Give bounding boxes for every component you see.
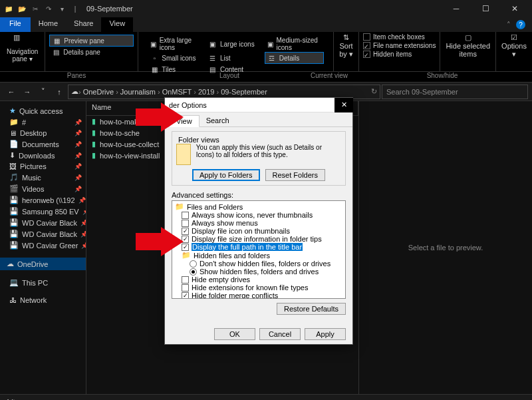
reset-folders-button[interactable]: Reset Folders bbox=[265, 169, 325, 181]
cancel-button[interactable]: Cancel bbox=[259, 328, 301, 340]
maximize-button[interactable]: ☐ bbox=[476, 2, 495, 15]
ok-button[interactable]: OK bbox=[214, 328, 255, 340]
tab-share[interactable]: Share bbox=[66, 17, 101, 32]
dialog-close-button[interactable]: ✕ bbox=[334, 98, 353, 112]
sidebar-item-thispc[interactable]: 💻This PC bbox=[0, 277, 86, 288]
sidebar-item-drive[interactable]: 💾Samsung 850 EV📌 bbox=[0, 206, 86, 217]
dialog-tab-search[interactable]: Search bbox=[200, 115, 236, 126]
tree-check-item[interactable]: Always show menus bbox=[174, 219, 344, 227]
crumb[interactable]: 09-September bbox=[219, 88, 269, 96]
sidebar-item-pictures[interactable]: 🖼Pictures📌 bbox=[0, 161, 86, 172]
layout-large[interactable]: ▣Large icons bbox=[206, 36, 257, 52]
sidebar-item[interactable]: 📁#📌 bbox=[0, 116, 86, 128]
advanced-settings-tree[interactable]: 📁Files and Folders Always show icons, ne… bbox=[172, 200, 346, 299]
up-button[interactable]: ↑ bbox=[52, 85, 66, 99]
folder-views-icon bbox=[176, 144, 191, 165]
quick-access-header[interactable]: ★Quick access bbox=[0, 105, 86, 116]
file-extensions-toggle[interactable]: File name extensions bbox=[363, 42, 436, 49]
back-button[interactable]: ← bbox=[4, 85, 19, 99]
tree-check-item[interactable]: ✓Display file icon on thumbnails bbox=[174, 227, 344, 235]
apply-button[interactable]: Apply bbox=[305, 328, 346, 340]
minimize-button[interactable]: ─ bbox=[447, 2, 466, 15]
dialog-titlebar[interactable]: der Options ✕ bbox=[165, 98, 352, 112]
folder-options-dialog: der Options ✕ View Search Folder views Y… bbox=[164, 97, 353, 345]
checkbox-icon: ✓ bbox=[182, 292, 189, 300]
tree-radio-item[interactable]: Show hidden files, folders and drives bbox=[174, 268, 344, 276]
preview-pane-button[interactable]: ▦Preview pane bbox=[49, 35, 134, 47]
checkbox-icon bbox=[363, 51, 370, 58]
hidden-items-toggle[interactable]: Hidden items bbox=[363, 51, 436, 58]
help-icon[interactable]: ? bbox=[516, 20, 525, 29]
tab-home[interactable]: Home bbox=[31, 17, 66, 32]
layout-extra-large[interactable]: ▣Extra large icons bbox=[148, 36, 198, 52]
crumb[interactable]: OnMSFT bbox=[160, 88, 194, 96]
layout-list[interactable]: ☰List bbox=[206, 52, 257, 64]
close-button[interactable]: ✕ bbox=[505, 2, 524, 15]
details-pane-button[interactable]: ▤Details pane bbox=[49, 47, 134, 57]
recent-dropdown[interactable]: ˅ bbox=[36, 85, 51, 99]
tree-check-item[interactable]: Hide extensions for known file types bbox=[174, 284, 344, 292]
search-input[interactable]: Search 09-September bbox=[382, 85, 528, 99]
tree-check-item[interactable]: Hide empty drives bbox=[174, 276, 344, 284]
tab-file[interactable]: File bbox=[0, 17, 31, 32]
network-icon: 🖧 bbox=[9, 296, 17, 304]
sidebar-item-drive[interactable]: 💾WD Caviar Black📌 bbox=[0, 228, 86, 240]
crumb[interactable]: 2019 bbox=[196, 88, 216, 96]
qat-dropdown-icon[interactable]: ▾ bbox=[56, 3, 68, 15]
videos-icon: 🎬 bbox=[9, 184, 19, 193]
sidebar-item-network[interactable]: 🖧Network bbox=[0, 295, 86, 305]
hide-selected-button[interactable]: ▢ Hide selected items bbox=[440, 32, 496, 71]
sidebar-item-downloads[interactable]: ⬇Downloads📌 bbox=[0, 150, 86, 161]
qat-redo-icon[interactable]: ↷ bbox=[43, 3, 55, 15]
folder-icon: 📁 bbox=[9, 118, 19, 126]
checkbox-icon bbox=[363, 42, 370, 49]
status-bar: 4 items bbox=[0, 394, 532, 400]
tree-radio-item[interactable]: Don't show hidden files, folders or driv… bbox=[174, 260, 344, 268]
tab-view[interactable]: View bbox=[101, 17, 133, 32]
sidebar-item-videos[interactable]: 🎬Videos📌 bbox=[0, 183, 86, 194]
pin-icon: 📌 bbox=[74, 130, 82, 136]
navigation-pane-button[interactable]: ▥ Navigation pane ▾ bbox=[0, 32, 45, 71]
sidebar-item-desktop[interactable]: 🖥Desktop📌 bbox=[0, 128, 86, 138]
collapse-ribbon-icon[interactable]: ˄ bbox=[507, 21, 511, 29]
sidebar-item-network-drive[interactable]: 💾heronweb (\\192📌 bbox=[0, 194, 86, 206]
titlebar: 📁 📂 ✂ ↷ ▾ | 09-September ─ ☐ ✕ bbox=[0, 0, 532, 17]
apply-to-folders-button[interactable]: Apply to Folders bbox=[192, 169, 259, 181]
layout-details[interactable]: ☲Details bbox=[265, 52, 325, 64]
tree-check-item[interactable]: Always show icons, never thumbnails bbox=[174, 211, 344, 219]
sidebar-item-drive[interactable]: 💾WD Caviar Greer📌 bbox=[0, 240, 86, 251]
sidebar-item-onedrive[interactable]: ☁OneDrive bbox=[0, 258, 86, 270]
restore-defaults-button[interactable]: Restore Defaults bbox=[277, 303, 346, 315]
checkbox-icon bbox=[363, 33, 370, 41]
music-icon: 🎵 bbox=[9, 173, 19, 182]
tree-check-item-selected[interactable]: ✓Display the full path in the title bar bbox=[174, 243, 344, 251]
sidebar-item-music[interactable]: 🎵Music📌 bbox=[0, 172, 86, 183]
group-label-panes: Panes bbox=[0, 72, 153, 82]
qat-cut-icon[interactable]: ✂ bbox=[29, 3, 41, 15]
pin-icon: 📌 bbox=[78, 197, 86, 204]
desktop-icon: 🖥 bbox=[9, 129, 17, 137]
documents-icon: 📄 bbox=[9, 140, 19, 148]
tree-check-item[interactable]: ✓Hide folder merge conflicts bbox=[174, 292, 344, 299]
sort-icon: ⇅ bbox=[343, 33, 349, 42]
folder-icon: 📁 bbox=[175, 202, 184, 211]
sort-by-button[interactable]: ⇅ Sort by ▾ bbox=[334, 32, 359, 71]
item-check-boxes-toggle[interactable]: Item check boxes bbox=[363, 33, 436, 41]
layout-medium[interactable]: ▣Medium-sized icons bbox=[265, 36, 325, 52]
crumb[interactable]: OneDrive bbox=[81, 88, 116, 96]
layout-small[interactable]: ▫Small icons bbox=[148, 52, 198, 64]
tree-folder[interactable]: 📁Hidden files and folders bbox=[174, 251, 344, 260]
refresh-icon[interactable]: ↻ bbox=[371, 87, 377, 96]
folder-views-label: Folder views bbox=[176, 136, 221, 144]
group-label-layout: Layout bbox=[153, 72, 306, 82]
sidebar-item-drive[interactable]: 💾WD Caviar Black📌 bbox=[0, 217, 86, 228]
pc-icon: 💻 bbox=[9, 278, 19, 287]
tree-folder[interactable]: 📁Files and Folders bbox=[174, 202, 344, 211]
options-button[interactable]: ☑ Options ▾ bbox=[496, 32, 532, 71]
tree-check-item[interactable]: ✓Display file size information in folder… bbox=[174, 235, 344, 243]
forward-button[interactable]: → bbox=[20, 85, 35, 99]
details-icon: ☲ bbox=[267, 53, 277, 63]
qat-new-folder-icon[interactable]: 📂 bbox=[16, 3, 28, 15]
sidebar-item-documents[interactable]: 📄Documents📌 bbox=[0, 138, 86, 150]
crumb[interactable]: Journalism bbox=[118, 88, 158, 96]
